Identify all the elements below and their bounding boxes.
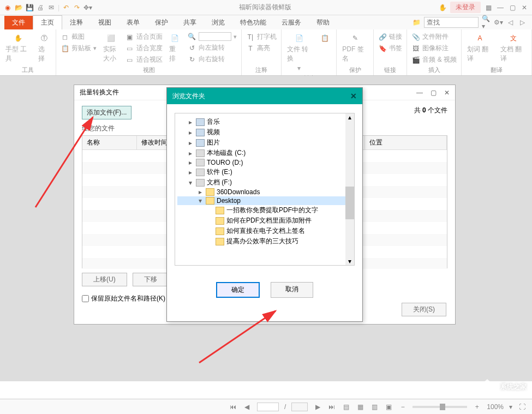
- layout1-icon[interactable]: ▤: [342, 403, 350, 411]
- batch-minimize-icon[interactable]: —: [416, 89, 423, 97]
- link-button[interactable]: 🔗链接: [377, 32, 403, 42]
- tree-item[interactable]: ▸软件 (E:): [177, 167, 352, 177]
- tree-item[interactable]: 如何直接在电子文档上签名: [177, 226, 352, 236]
- move-up-button[interactable]: 上移(U): [82, 273, 127, 286]
- clipboard-button[interactable]: 📋剪贴板▾: [59, 43, 98, 53]
- save-icon[interactable]: 💾: [25, 3, 34, 12]
- gear-icon[interactable]: ⚙▾: [494, 18, 503, 27]
- browse-close-icon[interactable]: ✕: [350, 92, 357, 100]
- layout2-icon[interactable]: ▦: [356, 403, 364, 411]
- next-page-icon[interactable]: ▶: [313, 403, 322, 411]
- tree-item[interactable]: ▸音乐: [177, 117, 352, 127]
- folder-tree[interactable]: ▸音乐▸视频▸图片▸本地磁盘 (C:)▸TOURO (D:)▸软件 (E:)▾文…: [175, 113, 355, 266]
- tab-cloud[interactable]: 云服务: [274, 16, 309, 29]
- blank-button[interactable]: 📋: [316, 32, 333, 45]
- rotate-right-button[interactable]: ↻向右旋转: [187, 54, 238, 64]
- tree-item[interactable]: ▸本地磁盘 (C:): [177, 148, 352, 158]
- expander-icon[interactable]: ▸: [197, 188, 204, 196]
- zoom-out-icon[interactable]: −: [398, 403, 407, 411]
- zoom-slider[interactable]: [413, 406, 467, 408]
- apps-icon[interactable]: ▦: [484, 3, 493, 12]
- fit-page-button[interactable]: ▣适合页面: [124, 32, 164, 42]
- expander-icon[interactable]: ▸: [187, 149, 194, 157]
- col-location[interactable]: 位置: [365, 136, 447, 149]
- expander-icon[interactable]: ▸: [187, 118, 194, 126]
- expander-icon[interactable]: ▸: [187, 159, 194, 166]
- pdf-sign-button[interactable]: ✎PDF 签名: [340, 32, 370, 64]
- redo-icon[interactable]: ↷: [73, 3, 81, 12]
- fit-visible-button[interactable]: ▭适合视区: [124, 55, 164, 65]
- reflow-button[interactable]: 📄重排: [167, 32, 183, 64]
- doc-translate-button[interactable]: 文文档 翻译: [498, 32, 528, 64]
- expander-icon[interactable]: ▸: [187, 129, 194, 136]
- cursor-icon[interactable]: ✥▾: [83, 3, 92, 12]
- undo-icon[interactable]: ↶: [62, 3, 70, 12]
- expander-icon[interactable]: ▸: [187, 169, 194, 176]
- open-icon[interactable]: 📂: [14, 3, 23, 12]
- mail-icon[interactable]: ✉: [47, 3, 56, 12]
- hand-tool-button[interactable]: ✋手型 工具: [3, 32, 33, 64]
- tab-help[interactable]: 帮助: [309, 16, 337, 29]
- close-icon[interactable]: ✕: [520, 3, 529, 12]
- word-translate-button[interactable]: A划词 翻译: [465, 32, 495, 64]
- tree-item[interactable]: ▾Desktop: [177, 196, 352, 205]
- hand-icon[interactable]: ✋: [438, 3, 447, 12]
- tree-item[interactable]: ▾文档 (F:): [177, 177, 352, 188]
- file-convert-button[interactable]: 📄文件 转换▾: [285, 32, 314, 73]
- tree-item[interactable]: 提高办公效率的三大技巧: [177, 236, 352, 247]
- first-page-icon[interactable]: ⏮: [229, 403, 237, 411]
- tree-scrollbar[interactable]: ▴ ▾: [345, 113, 354, 265]
- last-page-icon[interactable]: ⏭: [327, 403, 336, 411]
- tab-browse[interactable]: 浏览: [204, 16, 232, 29]
- rotate-left-button[interactable]: ↺向左旋转: [187, 43, 238, 53]
- nav-prev-icon[interactable]: ◁: [506, 18, 515, 27]
- tab-protect[interactable]: 保护: [147, 16, 176, 29]
- highlight-button[interactable]: T高亮: [245, 43, 278, 53]
- snapshot-button[interactable]: ◻截图: [59, 32, 98, 42]
- expander-icon[interactable]: ▾: [197, 197, 204, 205]
- actual-size-button[interactable]: ⬜实际 大小: [101, 32, 121, 64]
- expander-icon[interactable]: ▸: [187, 139, 194, 147]
- tab-share[interactable]: 共享: [176, 16, 204, 29]
- layout3-icon[interactable]: ▥: [370, 403, 379, 411]
- audio-video-button[interactable]: 🎬音频 & 视频: [410, 55, 458, 65]
- tab-file[interactable]: 文件: [4, 16, 33, 29]
- page-input[interactable]: [257, 403, 279, 411]
- tab-view[interactable]: 视图: [91, 16, 119, 29]
- ok-button[interactable]: 确定: [216, 282, 260, 298]
- image-annot-button[interactable]: 🖼图像标注: [410, 43, 458, 53]
- maximize-icon[interactable]: ▢: [508, 3, 517, 12]
- tab-comment[interactable]: 注释: [62, 16, 91, 29]
- zoom-dropdown[interactable]: 🔍▾: [187, 32, 238, 41]
- select-button[interactable]: Ⓣ选择: [36, 32, 52, 64]
- tab-home[interactable]: 主页: [33, 15, 62, 29]
- login-badge[interactable]: 未登录: [450, 2, 481, 13]
- keep-path-checkbox[interactable]: [82, 295, 89, 302]
- batch-close-button[interactable]: 关闭(S): [402, 303, 446, 316]
- expander-icon[interactable]: ▾: [187, 179, 194, 187]
- tree-item[interactable]: ▸视频: [177, 127, 352, 137]
- batch-maximize-icon[interactable]: ▢: [431, 89, 437, 97]
- move-down-button[interactable]: 下移: [133, 273, 169, 286]
- prev-page-icon[interactable]: ◀: [243, 403, 252, 411]
- tab-form[interactable]: 表单: [119, 16, 147, 29]
- tree-item[interactable]: 一招教你免费提取PDF中的文字: [177, 205, 352, 215]
- search-input[interactable]: [424, 17, 479, 28]
- bookmark-button[interactable]: 🔖书签: [377, 43, 403, 53]
- fullscreen-icon[interactable]: ⛶: [518, 403, 527, 411]
- minimize-icon[interactable]: —: [496, 3, 505, 12]
- nav-next-icon[interactable]: ▷: [518, 18, 527, 27]
- batch-close-icon[interactable]: ✕: [444, 89, 450, 97]
- layout4-icon[interactable]: ▣: [384, 403, 393, 411]
- tree-item[interactable]: 如何在PDF文档里面添加附件: [177, 215, 352, 226]
- fit-width-button[interactable]: ▭适合宽度: [124, 43, 164, 53]
- typewriter-button[interactable]: T|打字机: [245, 32, 278, 42]
- folder-search-icon[interactable]: 📁: [412, 18, 421, 27]
- tree-item[interactable]: ▸TOURO (D:): [177, 158, 352, 167]
- cancel-button[interactable]: 取消: [271, 282, 313, 298]
- file-attach-button[interactable]: 📎文件附件: [410, 32, 458, 42]
- zoom-in-icon[interactable]: +: [473, 403, 481, 411]
- tree-item[interactable]: ▸图片: [177, 137, 352, 148]
- tree-item[interactable]: ▸360Downloads: [177, 188, 352, 196]
- tab-feature[interactable]: 特色功能: [232, 16, 274, 29]
